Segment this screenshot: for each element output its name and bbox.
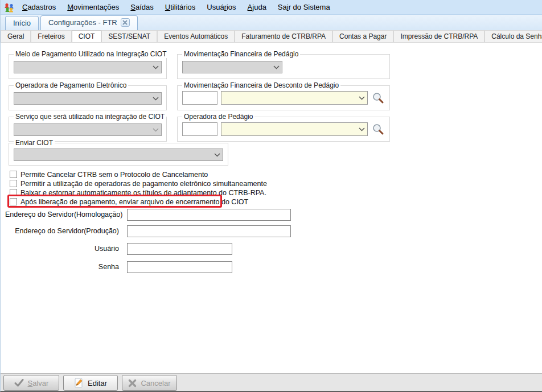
cancelar-button[interactable]: Cancelar (122, 375, 177, 391)
chevron-down-icon (273, 65, 280, 69)
salvar-button[interactable]: Salvar (3, 375, 59, 391)
group-mov-desconto-pedagio: Movimentação Financeira de Desconto de P… (177, 85, 390, 110)
mov-desconto-code-input[interactable] (182, 91, 217, 105)
menu-ajuda[interactable]: Ajuda (242, 1, 272, 14)
checkbox-permite-cancelar[interactable] (10, 171, 17, 178)
search-lens-icon[interactable] (372, 92, 384, 104)
menu-movimentacoes[interactable]: Movimentações (61, 1, 125, 14)
group-enviar-ciot: Enviar CIOT (9, 143, 228, 166)
servico-ciot-select[interactable] (14, 123, 162, 136)
group-operadora-pedagio: Operadora de Pedágio (177, 117, 390, 142)
group-operadora-eletronico-label: Operadora de Pagamento Eletrônico (14, 81, 128, 89)
menu-cadastros[interactable]: Cadastros (17, 1, 61, 14)
mov-desconto-combo[interactable] (221, 91, 368, 105)
group-servico-ciot: Serviço que será utilizado na integração… (9, 117, 167, 142)
checkbox-row-permite-cancelar: Permite Cancelar CTRB sem o Protocolo de… (10, 170, 208, 179)
group-meio-pagamento-label: Meio de Pagamento Utilizado na Integraçã… (14, 50, 168, 58)
chevron-down-icon (153, 128, 159, 132)
usuario-input[interactable] (127, 243, 232, 255)
salvar-label: Salvar (28, 379, 49, 387)
checkbox-row-baixar-estornar: Baixar e estornar automaticamente os tít… (10, 188, 266, 197)
chevron-down-icon (359, 96, 365, 100)
homologacao-input[interactable] (127, 209, 291, 221)
tab-sest-senat[interactable]: SEST/SENAT (101, 30, 157, 42)
tab-configuracoes-ftr[interactable]: Configurações - FTR (40, 15, 138, 30)
tab-configuracoes-label: Configurações - FTR (48, 18, 117, 27)
group-mov-pedagio: Movimentação Financeira de Pedágio (177, 54, 390, 79)
usuario-label: Usuário (5, 243, 119, 255)
checkbox-label: Permite Cancelar CTRB sem o Protocolo de… (20, 171, 208, 179)
senha-input[interactable] (127, 261, 232, 273)
tab-contas-a-pagar[interactable]: Contas a Pagar (332, 30, 393, 42)
menu-sair-do-sistema[interactable]: Sair do Sistema (272, 1, 336, 14)
producao-label: Endereço do Servidor(Produção) (5, 225, 119, 237)
tab-impressao-ctrb-rpa[interactable]: Impressão de CTRB/RPA (393, 30, 484, 42)
editar-button[interactable]: Editar (63, 375, 118, 391)
group-operadora-eletronico: Operadora de Pagamento Eletrônico (9, 85, 167, 110)
chevron-down-icon (153, 65, 159, 69)
settings-tab-bar: Geral Freteiros CIOT SEST/SENAT Eventos … (1, 30, 542, 43)
operadora-pedagio-code-input[interactable] (182, 122, 217, 136)
group-meio-pagamento: Meio de Pagamento Utilizado na Integraçã… (9, 54, 167, 79)
tab-geral[interactable]: Geral (1, 30, 31, 42)
checkbox-row-apos-liberacao: Após liberação de pagamento, enviar arqu… (10, 197, 248, 206)
tab-freteiros[interactable]: Freteiros (31, 30, 71, 42)
checkbox-row-permitir-operadoras: Permitir a utilização de operadoras de p… (10, 179, 267, 188)
tab-calculo-da-senha[interactable]: Cálculo da Senha (484, 30, 542, 42)
operadora-pedagio-combo[interactable] (221, 122, 368, 136)
menu-bar: Cadastros Movimentações Saídas Utilitári… (1, 0, 542, 15)
mov-pedagio-select[interactable] (182, 61, 282, 73)
checkbox-label: Permitir a utilização de operadoras de p… (20, 180, 267, 188)
senha-label: Senha (5, 261, 119, 273)
group-enviar-ciot-label: Enviar CIOT (14, 139, 55, 147)
checkbox-apos-liberacao[interactable] (10, 198, 17, 205)
chevron-down-icon (153, 97, 159, 101)
users-group-icon (4, 2, 14, 13)
check-icon (14, 379, 24, 387)
tab-ciot[interactable]: CIOT (72, 30, 102, 43)
chevron-down-icon (214, 153, 220, 157)
producao-input[interactable] (127, 225, 291, 237)
tab-inicio-label: Início (13, 19, 31, 27)
chevron-down-icon (359, 127, 365, 131)
group-servico-ciot-label: Serviço que será utilizado na integração… (14, 113, 166, 121)
search-lens-icon[interactable] (372, 123, 384, 135)
homologacao-label: Endereço do Servidor(Homologação) (5, 209, 119, 221)
app-window: Cadastros Movimentações Saídas Utilitári… (0, 0, 542, 392)
checkbox-permitir-operadoras[interactable] (10, 180, 17, 187)
footer-button-bar: Salvar Editar Cancelar (1, 373, 542, 392)
group-operadora-pedagio-label: Operadora de Pedágio (182, 113, 254, 121)
x-icon (128, 379, 137, 387)
group-mov-desconto-pedagio-label: Movimentação Financeira de Desconto de P… (182, 81, 340, 89)
ciot-settings-panel: Meio de Pagamento Utilizado na Integraçã… (1, 43, 542, 373)
checkbox-baixar-estornar[interactable] (10, 189, 17, 196)
tab-eventos-automaticos[interactable]: Eventos Automáticos (157, 30, 235, 42)
enviar-ciot-select[interactable] (14, 148, 223, 161)
checkbox-label: Após liberação de pagamento, enviar arqu… (20, 198, 248, 206)
menu-utilitarios[interactable]: Utilitários (159, 1, 201, 14)
pencil-icon (74, 378, 84, 388)
checkbox-label: Baixar e estornar automaticamente os tít… (20, 189, 266, 197)
cancelar-label: Cancelar (141, 379, 170, 387)
group-mov-pedagio-label: Movimentação Financeira de Pedágio (182, 50, 300, 58)
document-tab-bar: Início Configurações - FTR (1, 15, 542, 30)
close-tab-icon[interactable] (121, 18, 130, 27)
operadora-eletronico-select[interactable] (14, 92, 162, 105)
tab-inicio[interactable]: Início (5, 16, 39, 30)
menu-usuarios[interactable]: Usuários (201, 1, 241, 14)
menu-saidas[interactable]: Saídas (125, 1, 159, 14)
tab-faturamento-ctrb-rpa[interactable]: Faturamento de CTRB/RPA (235, 30, 332, 42)
editar-label: Editar (88, 379, 107, 387)
meio-pagamento-select[interactable] (14, 61, 162, 73)
